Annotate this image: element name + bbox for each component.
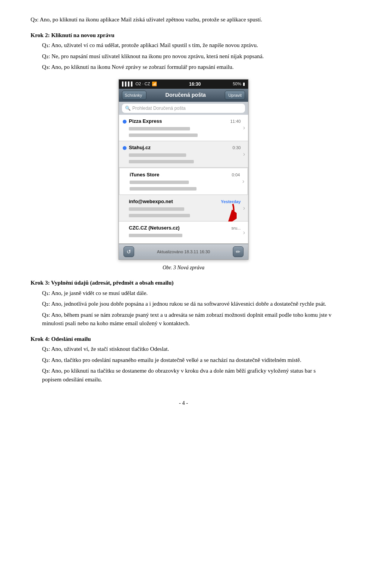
no-dot-spacer (123, 198, 127, 218)
mail-preview (129, 158, 241, 165)
mail-subject (130, 179, 240, 186)
nav-edit-label: Upravit (228, 93, 242, 98)
chevron-icon: › (243, 150, 245, 159)
section4-title: Krok 4: Odeslání emailu (31, 335, 336, 344)
mail-content: Stahuj.cz 0:30 (129, 144, 241, 165)
phone-screen: ▌▌▌▌ O2 · CZ 📶 16:30 50% ▮ Schránky Doru… (119, 79, 248, 260)
mail-subject (129, 151, 241, 158)
mail-subject-blurred (129, 153, 186, 157)
mail-preview-blurred (129, 160, 194, 163)
no-dot-spacer (123, 224, 127, 241)
mail-time: 0:04 (232, 172, 240, 178)
mail-content: Pizza Express 11:40 (129, 117, 241, 138)
mail-sender: Pizza Express (129, 117, 162, 125)
section4-q3: Q₃: Ano, po kliknutí na tlačítku se dost… (42, 366, 336, 384)
status-bar: ▌▌▌▌ O2 · CZ 📶 16:30 50% ▮ (119, 80, 248, 89)
wifi-icon: 📶 (152, 81, 157, 87)
status-right: 50% ▮ (233, 81, 245, 87)
paragraph-q3: Q₃: Ano, po kliknutí na ikonu aplikace M… (31, 15, 336, 24)
mail-sender: Stahuj.cz (129, 144, 151, 151)
mail-subject-blurred (129, 234, 182, 237)
signal-icon: ▌▌▌▌ (122, 81, 134, 87)
mail-content: iTunes Store 0:04 (130, 171, 240, 192)
mail-subject-blurred (129, 207, 184, 211)
nav-bar: Schránky Doručená pošta Upravit (119, 89, 248, 102)
mail-header: Pizza Express 11:40 (129, 117, 241, 125)
mail-item-pizza[interactable]: Pizza Express 11:40 › (119, 115, 248, 141)
status-time: 16:30 (189, 81, 201, 88)
mail-preview-blurred (129, 214, 190, 217)
section3-q3: Q₃: Ano, během psaní se nám zobrazuje ps… (42, 311, 336, 328)
section2-title: Krok 2: Kliknutí na novou zprávu (31, 31, 336, 40)
mail-item-itunes[interactable]: iTunes Store 0:04 › (119, 168, 248, 195)
chevron-icon: › (243, 204, 245, 213)
mail-subject-blurred (130, 181, 189, 184)
mail-item-stahuj[interactable]: Stahuj.cz 0:30 › (119, 141, 248, 168)
mail-preview-blurred (130, 187, 196, 191)
nav-back-button[interactable]: Schránky (122, 91, 146, 100)
chevron-icon: › (242, 177, 244, 186)
section4-q1: Q₁: Ano, uživatel ví, že stačí stisknout… (42, 345, 336, 353)
section3-q1: Q₁: Ano, je jasně vidět co se musí uděla… (42, 289, 336, 298)
mail-subject (129, 232, 241, 239)
mail-time: sru... (231, 225, 240, 231)
nav-edit-button[interactable]: Upravit (225, 91, 245, 100)
nav-title: Doručená pošta (149, 91, 222, 99)
chevron-icon: › (243, 123, 245, 132)
nav-back-label: Schránky (125, 93, 142, 98)
search-bar: 🔍 Prohledat Doručená pošta (119, 102, 248, 115)
no-dot-spacer (123, 171, 127, 192)
refresh-icon: ↺ (127, 248, 131, 256)
search-icon: 🔍 (125, 105, 131, 112)
mail-sender: CZC.CZ (Netusers.cz) (129, 224, 180, 232)
chevron-icon: › (243, 228, 245, 237)
refresh-button[interactable]: ↺ (123, 246, 134, 257)
battery-icon: ▮ (243, 81, 245, 87)
figure-caption: Obr. 3 Nová zpráva (31, 264, 336, 272)
mail-content: CZC.CZ (Netusers.cz) sru... (129, 224, 241, 241)
mail-header: CZC.CZ (Netusers.cz) sru... (129, 224, 241, 232)
section2-q3: Q₃: Ano, po kliknutí na ikonu Nové zpráv… (42, 63, 336, 72)
mail-sender: iTunes Store (130, 171, 159, 179)
compose-button[interactable]: ✏ (233, 246, 244, 257)
q3-text: Q₃: Ano, po kliknutí na ikonu aplikace M… (31, 16, 262, 23)
section3-q2: Q₂: Ano, jednotlivá pole jsou dobře pops… (42, 300, 336, 308)
phone-screenshot: ▌▌▌▌ O2 · CZ 📶 16:30 50% ▮ Schránky Doru… (119, 79, 248, 260)
mail-time: 0:30 (232, 145, 240, 151)
mail-item-webexpo[interactable]: info@webexpo.net Yesterday › (119, 195, 248, 222)
mail-header: Stahuj.cz 0:30 (129, 144, 241, 151)
phone-toolbar: ↺ Aktualizováno 18.3.11 16:30 ✏ (119, 244, 248, 259)
mail-preview (129, 132, 241, 138)
mail-subject-blurred (129, 127, 190, 130)
mail-sender: info@webexpo.net (129, 198, 173, 205)
page-number: - 4 - (31, 399, 336, 407)
mail-list: Pizza Express 11:40 › Sta (119, 115, 248, 244)
section3-title: Krok 3: Vyplnění údajů (adresát, předmět… (31, 279, 336, 287)
mail-subject (129, 125, 241, 132)
mail-time: 11:40 (230, 118, 241, 125)
compose-icon: ✏ (236, 248, 240, 256)
toolbar-status: Aktualizováno 18.3.11 16:30 (157, 249, 210, 255)
unread-dot (123, 146, 127, 150)
battery-text: 50% (233, 81, 241, 87)
unread-dot (123, 120, 127, 124)
mail-item-czc[interactable]: CZC.CZ (Netusers.cz) sru... › (119, 222, 248, 244)
mail-preview (130, 186, 240, 192)
carrier-text: O2 · CZ (135, 81, 150, 87)
section2-q2: Q₂: Ne, pro napsání musí uživatel klikno… (42, 52, 336, 61)
status-left: ▌▌▌▌ O2 · CZ 📶 (122, 81, 157, 87)
section4-q2: Q₂: Ano, tlačítko pro odeslání napsaného… (42, 356, 336, 365)
search-placeholder: Prohledat Doručená pošta (132, 105, 185, 112)
mail-preview-blurred (129, 134, 198, 137)
search-inner[interactable]: 🔍 Prohledat Doručená pošta (122, 104, 245, 113)
mail-header: iTunes Store 0:04 (130, 171, 240, 179)
section2-q1: Q₁: Ano, uživatel ví co má udělat, proto… (42, 41, 336, 50)
